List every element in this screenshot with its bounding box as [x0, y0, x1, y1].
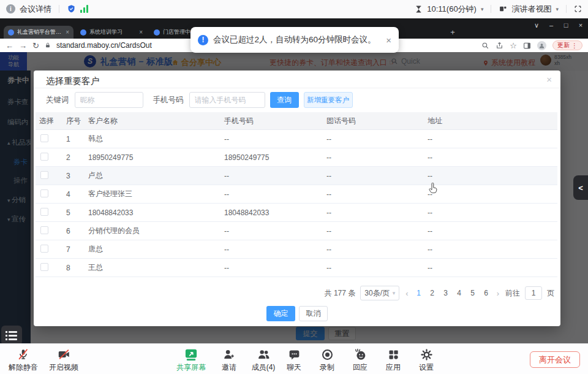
tab-close-icon[interactable]: ×: [66, 29, 69, 36]
cell-mobile: --: [222, 172, 324, 180]
meeting-info-icon[interactable]: i: [6, 4, 15, 13]
notification-text: 会议已超过2人，自动转为60分钟限时会议。: [213, 34, 376, 45]
view-caret-icon[interactable]: ▾: [556, 6, 559, 12]
cell-index: 4: [58, 190, 86, 199]
phone-input[interactable]: [189, 92, 265, 108]
bookmark-star-icon[interactable]: ☆: [510, 42, 517, 50]
row-checkbox[interactable]: [40, 208, 48, 216]
fullscreen-icon[interactable]: [574, 5, 582, 13]
row-checkbox[interactable]: [40, 245, 48, 253]
prev-page-icon[interactable]: ‹: [404, 289, 409, 298]
side-panel-icon[interactable]: [523, 42, 531, 50]
chat-button[interactable]: 聊天: [281, 347, 307, 373]
view-mode-label[interactable]: 演讲者视图: [511, 4, 551, 15]
page-number[interactable]: 3: [442, 289, 450, 297]
browser-tab[interactable]: 系统培训学习 ×: [76, 26, 147, 39]
cell-index: 2: [58, 153, 86, 162]
invite-button[interactable]: 邀请: [214, 347, 244, 373]
page-suffix: 页: [547, 288, 554, 299]
total-count: 共 177 条: [325, 288, 356, 299]
modal-title: 选择重要客户: [46, 75, 99, 87]
forward-icon[interactable]: →: [19, 42, 27, 50]
window-minimize-button[interactable]: –: [544, 20, 559, 31]
window-maximize-button[interactable]: □: [559, 20, 573, 31]
floating-agenda-button[interactable]: [1, 326, 22, 343]
reactions-button[interactable]: 回应: [345, 347, 375, 373]
cell-landline: --: [324, 245, 425, 254]
share-icon[interactable]: [496, 42, 503, 50]
security-shield-icon[interactable]: [67, 4, 76, 13]
add-customer-button[interactable]: 新增重要客户: [304, 92, 353, 108]
modal-header: 选择重要客户 ×: [34, 71, 560, 88]
tab-title: 系统培训学习: [89, 28, 135, 36]
query-button[interactable]: 查询: [270, 92, 299, 108]
page-number[interactable]: 6: [482, 289, 491, 297]
tab-favicon: [154, 29, 160, 36]
cell-address: --: [425, 172, 557, 180]
cell-mobile: 18950249775: [222, 153, 324, 162]
unmute-button[interactable]: 解除静音: [6, 347, 40, 373]
row-checkbox[interactable]: [40, 226, 48, 234]
col-select: 选择: [36, 116, 58, 126]
table-row: 7 唐总 -- -- --: [36, 240, 557, 259]
table-header-row: 选择 序号 客户名称 手机号码 固话号码 地址: [36, 112, 557, 130]
next-page-icon[interactable]: ›: [496, 289, 500, 298]
page-number[interactable]: 4: [455, 289, 464, 297]
browser-profile-avatar[interactable]: [537, 41, 546, 50]
url-text[interactable]: standard.maboy.cn/CardsOut: [56, 41, 152, 50]
back-icon[interactable]: ←: [6, 42, 13, 50]
apps-button[interactable]: 应用: [379, 347, 408, 373]
microphone-muted-icon: [17, 348, 30, 361]
page-number[interactable]: 1: [415, 289, 423, 297]
cell-index: 8: [58, 264, 86, 272]
cell-mobile: --: [222, 227, 324, 235]
keyword-input[interactable]: [75, 92, 143, 108]
meeting-timer: 10:11(60分钟): [427, 4, 477, 15]
refresh-icon[interactable]: ↻: [32, 42, 39, 50]
row-checkbox[interactable]: [40, 153, 48, 161]
chat-bubble-icon: [288, 348, 301, 361]
row-checkbox[interactable]: [40, 134, 48, 142]
timer-caret-icon[interactable]: ▾: [481, 6, 484, 12]
shared-web-page: 功能导航 S 礼盒营销 – 标准版 合分享中心 更快捷的券卡、订单和快递查询入口…: [0, 52, 588, 343]
notification-close-icon[interactable]: ×: [386, 35, 391, 45]
settings-button[interactable]: 设置: [412, 347, 441, 373]
record-button[interactable]: 录制: [312, 347, 342, 373]
leave-meeting-button[interactable]: 离开会议: [530, 351, 580, 368]
cell-address: --: [425, 264, 557, 272]
cell-name: 分销代理的会员: [86, 226, 222, 236]
lock-icon: [45, 42, 51, 49]
side-panel-toggle[interactable]: <: [573, 175, 588, 200]
meeting-details-label[interactable]: 会议详情: [20, 4, 51, 15]
browser-tab-active[interactable]: 礼盒营销平台管理中心 ×: [4, 26, 74, 39]
browser-update-button[interactable]: 更新⋮: [552, 40, 582, 50]
goto-page-input[interactable]: [525, 286, 542, 300]
row-checkbox[interactable]: [40, 263, 48, 271]
cell-landline: --: [324, 172, 425, 180]
cell-name: 唐总: [86, 244, 222, 254]
window-close-button[interactable]: ×: [573, 20, 588, 31]
select-caret-icon: ▾: [393, 290, 396, 296]
row-checkbox[interactable]: [40, 171, 48, 179]
cell-mobile: --: [222, 245, 324, 254]
new-tab-button[interactable]: +: [448, 27, 458, 37]
page-size-select[interactable]: 30条/页 ▾: [360, 286, 399, 300]
page-number[interactable]: 5: [469, 289, 477, 297]
cell-address: --: [425, 245, 557, 254]
tab-search-icon[interactable]: ∨: [529, 20, 544, 31]
cell-landline: --: [324, 208, 425, 217]
members-button[interactable]: 成员(4): [247, 347, 279, 373]
network-signal-icon[interactable]: [80, 5, 88, 13]
cell-address: --: [425, 208, 557, 217]
start-video-button[interactable]: 开启视频: [47, 347, 81, 373]
cancel-button[interactable]: 取消: [299, 306, 328, 321]
share-screen-button[interactable]: 共享屏幕: [174, 347, 208, 373]
tab-close-icon[interactable]: ×: [139, 29, 143, 36]
confirm-button[interactable]: 确定: [266, 306, 295, 321]
goto-label: 前往: [505, 288, 520, 299]
page-number[interactable]: 2: [428, 289, 437, 297]
col-address: 地址: [425, 116, 557, 126]
row-checkbox[interactable]: [40, 189, 48, 197]
zoom-icon[interactable]: [481, 42, 489, 50]
modal-close-icon[interactable]: ×: [546, 74, 552, 85]
